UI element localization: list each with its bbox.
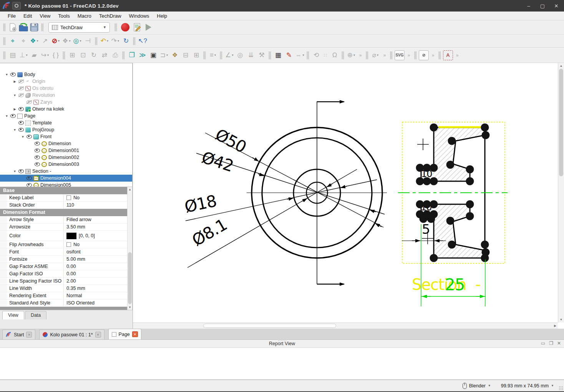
- property-value[interactable]: osifont: [64, 248, 132, 255]
- doc-tab-start[interactable]: F Start: [2, 329, 35, 339]
- scroll-down-icon[interactable]: [128, 305, 132, 310]
- tree-item-dimension003[interactable]: Dimension003: [0, 161, 132, 168]
- tree-item-projgroup[interactable]: ProjGroup: [0, 126, 132, 133]
- tree-item-dimension005[interactable]: Dimension005: [0, 182, 132, 187]
- whats-this-icon[interactable]: ↖?: [138, 36, 148, 46]
- remove-decoration-icon[interactable]: ⊘: [419, 50, 429, 60]
- angle-dimension-icon[interactable]: ∠: [224, 50, 234, 60]
- redraw-page-icon[interactable]: ↻: [89, 50, 99, 60]
- property-value[interactable]: Normal: [64, 292, 132, 299]
- tree-item-dimension001[interactable]: Dimension001: [0, 147, 132, 154]
- tree-item-os-obrotu[interactable]: Os obrotu: [0, 85, 132, 92]
- property-value[interactable]: 110: [64, 202, 132, 208]
- centerline-icon[interactable]: ⊕: [346, 50, 356, 60]
- tree-item-dimension002[interactable]: Dimension002: [0, 154, 132, 161]
- vertical-extent-icon[interactable]: ⇊: [246, 50, 256, 60]
- overflow-chevron-icon[interactable]: »: [405, 50, 412, 60]
- property-value[interactable]: 3.50 mm: [64, 223, 132, 230]
- spin-section-icon[interactable]: ⟲: [311, 50, 321, 60]
- toolbar-grip[interactable]: [414, 51, 417, 59]
- insert-part-icon[interactable]: ▤: [8, 50, 18, 60]
- insert-active-view-icon[interactable]: ❐: [127, 50, 137, 60]
- draw-style-icon[interactable]: ⊘: [51, 36, 61, 46]
- new-page-template-ic[interactable]: ⊡: [78, 50, 88, 60]
- scroll-up-icon[interactable]: [558, 63, 564, 68]
- doc-tab-kolo-pasowe[interactable]: Kolo pasowe 01 : 1*: [39, 329, 104, 339]
- page-dimensions[interactable]: 99.93 mm x 74.95 mm ▼: [501, 383, 554, 389]
- toolbar-grip[interactable]: [3, 23, 6, 31]
- toolbar-grip[interactable]: [220, 51, 222, 59]
- property-value[interactable]: 5.00 mm: [64, 256, 132, 263]
- property-value[interactable]: [0, 0, 0]: [64, 231, 132, 241]
- toolbar-grip[interactable]: [438, 51, 441, 59]
- toolbar-grip[interactable]: [114, 23, 117, 31]
- overflow-chevron-icon[interactable]: »: [430, 50, 436, 60]
- property-value[interactable]: 0.35 mm: [64, 285, 132, 292]
- techdraw-page-canvas[interactable]: Ø50 Ø42 Ø18 Ø8.1 10 10: [133, 63, 550, 323]
- close-tab-icon[interactable]: [132, 331, 138, 337]
- toolbar-grip[interactable]: [95, 37, 98, 45]
- resize-grip[interactable]: [559, 386, 563, 390]
- tree-item-front[interactable]: Front: [0, 133, 132, 140]
- align-view-icon[interactable]: ↗: [40, 36, 50, 46]
- expander-icon[interactable]: [21, 135, 25, 139]
- expander-icon[interactable]: [13, 79, 17, 83]
- new-page-icon[interactable]: ⊞: [67, 50, 77, 60]
- toolbar-grip[interactable]: [366, 51, 368, 59]
- workbench-selector[interactable]: TechDraw ▼: [48, 22, 110, 33]
- symbol-omega-icon[interactable]: Ω: [330, 50, 340, 60]
- doc-tab-page[interactable]: Page: [108, 329, 141, 339]
- repair-dimension-icon[interactable]: ⚒: [257, 50, 267, 60]
- tree-item-body[interactable]: Body: [0, 71, 132, 78]
- surface-finish-icon[interactable]: ▦: [273, 50, 283, 60]
- new-document-button[interactable]: [8, 22, 18, 32]
- export-svg-icon[interactable]: SVG: [395, 50, 405, 60]
- menu-windows[interactable]: Windows: [125, 12, 153, 20]
- toolbar-grip[interactable]: [203, 51, 206, 59]
- tree-item-dimension[interactable]: Dimension: [0, 140, 132, 147]
- property-value[interactable]: 0.00: [64, 263, 132, 270]
- checkbox-icon[interactable]: [66, 195, 71, 200]
- tree-item-section[interactable]: Section -: [0, 168, 132, 175]
- export-icon[interactable]: ↪: [40, 50, 50, 60]
- color-swatch[interactable]: [66, 233, 76, 239]
- refresh-icon[interactable]: ↻: [121, 36, 131, 46]
- property-value[interactable]: No: [64, 241, 132, 248]
- overflow-chevron-icon[interactable]: »: [357, 50, 364, 60]
- property-scrollbar[interactable]: [127, 187, 132, 310]
- dim-label-5[interactable]: 5: [422, 222, 430, 237]
- property-group-dimension-format[interactable]: Dimension Format: [0, 209, 132, 216]
- toolbar-grip[interactable]: [133, 37, 136, 45]
- tree-item-otwor-na-kolek[interactable]: Otwor na kolek: [0, 106, 132, 112]
- undo-icon[interactable]: ↶: [100, 36, 109, 46]
- toolbar-grip[interactable]: [390, 51, 393, 59]
- toolbar-grip[interactable]: [269, 51, 271, 59]
- toolbar-grip[interactable]: [41, 23, 44, 31]
- dock-float-icon[interactable]: ❐: [549, 341, 553, 346]
- expander-icon[interactable]: [13, 169, 17, 173]
- maximize-button[interactable]: ▢: [536, 1, 549, 10]
- menu-view[interactable]: View: [36, 12, 54, 20]
- menu-macro[interactable]: Macro: [74, 12, 95, 20]
- expander-icon[interactable]: [13, 128, 17, 132]
- tree-item-page[interactable]: Page: [0, 112, 132, 119]
- scroll-up-icon[interactable]: [128, 187, 132, 192]
- app-gear-icon[interactable]: [12, 2, 21, 10]
- scrollbar-thumb[interactable]: [203, 324, 336, 328]
- expressions-icon[interactable]: { }: [51, 50, 61, 60]
- expander-icon[interactable]: [5, 114, 9, 118]
- rich-annotation-icon[interactable]: ✎: [284, 50, 294, 60]
- report-view-content[interactable]: [0, 347, 564, 379]
- property-value[interactable]: 2.00: [64, 278, 132, 284]
- menu-file[interactable]: File: [4, 12, 20, 20]
- selection-view-icon[interactable]: ◎: [72, 36, 82, 46]
- property-value[interactable]: Filled arrow: [64, 216, 132, 223]
- macro-record-button[interactable]: [121, 23, 129, 31]
- fit-all-icon[interactable]: ⌖: [8, 36, 18, 46]
- front-view[interactable]: Ø50 Ø42 Ø18 Ø8.1: [183, 101, 387, 284]
- tree-item-zarys[interactable]: Zarys: [0, 99, 132, 106]
- expander-icon[interactable]: [5, 73, 9, 76]
- projection-group-icon[interactable]: ⊟: [181, 50, 191, 60]
- menu-tools[interactable]: Tools: [54, 12, 73, 20]
- toolbar-grip[interactable]: [63, 51, 65, 59]
